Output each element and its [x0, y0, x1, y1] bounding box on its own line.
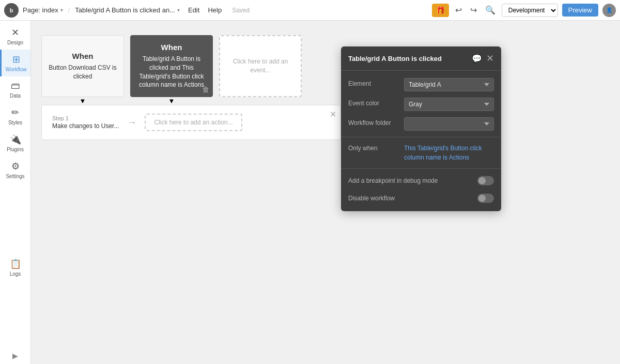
- event-color-control: Gray Red Blue Green: [404, 98, 494, 111]
- element-label: Element: [348, 78, 400, 87]
- sidebar-item-workflow[interactable]: ⊞ Workflow: [0, 50, 30, 76]
- event-color-label: Event color: [348, 98, 400, 107]
- panel-divider-1: [341, 137, 501, 137]
- workflow-folder-select[interactable]: Folder 1: [404, 117, 494, 131]
- edit-link[interactable]: Edit: [188, 6, 199, 14]
- breakpoint-row: Add a breakpoint in debug mode: [348, 175, 494, 186]
- sidebar-expand[interactable]: ▶: [12, 352, 18, 360]
- page-title: Page: index ▾: [23, 6, 63, 14]
- events-row: When Button Download CSV is clicked When…: [41, 35, 610, 97]
- canvas: When Button Download CSV is clicked When…: [31, 21, 620, 364]
- sidebar-item-data[interactable]: 🗃 Data: [0, 76, 30, 103]
- only-when-label: Only when: [348, 144, 400, 152]
- panel: Table/grid A Button is clicked 💬 ✕ Eleme…: [341, 46, 501, 211]
- sidebar-item-logs[interactable]: 📋 Logs: [0, 254, 30, 281]
- logo-button[interactable]: b: [4, 3, 19, 18]
- only-when-row: Only when This Table/grid's Button click…: [348, 144, 494, 162]
- step-action: Make changes to User...: [52, 122, 119, 130]
- workflow-icon: ⊞: [12, 54, 20, 65]
- sidebar-item-plugins[interactable]: 🔌 Plugins: [0, 130, 30, 156]
- event-card-2[interactable]: When Table/grid A Button is clicked and …: [130, 35, 213, 97]
- disable-row: Disable workflow: [348, 193, 494, 204]
- logs-icon: 📋: [10, 258, 21, 270]
- workflow-folder-label: Workflow folder: [348, 117, 400, 126]
- page-chevron-icon[interactable]: ▾: [60, 7, 63, 13]
- panel-close-button[interactable]: ✕: [486, 53, 494, 64]
- step-area: ✕ Step 1 Make changes to User... → Click…: [41, 105, 341, 140]
- topbar-nav: Edit Help Saved: [188, 6, 250, 14]
- step-arrow-icon: →: [127, 117, 136, 128]
- workflow-folder-control: Folder 1: [404, 117, 494, 131]
- panel-header: Table/grid A Button is clicked 💬 ✕: [341, 46, 501, 71]
- panel-comment-button[interactable]: 💬: [472, 54, 482, 64]
- event-card-3[interactable]: Click here to add an event...: [219, 35, 302, 97]
- avatar: 👤: [602, 4, 616, 17]
- event-desc-1: Button Download CSV is clicked: [48, 64, 117, 81]
- topbar-right: 🎁 ↩ ↪ 🔍 Development Staging Production P…: [432, 3, 616, 17]
- add-action-button[interactable]: Click here to add an action...: [145, 114, 242, 131]
- topbar: b Page: index ▾ / Table/grid A Button is…: [0, 0, 620, 21]
- when-label-1: When: [72, 52, 94, 60]
- workflow-folder-row: Workflow folder Folder 1: [348, 117, 494, 131]
- disable-toggle[interactable]: [477, 194, 494, 203]
- sidebar-item-design[interactable]: ✕ Design: [0, 23, 30, 50]
- event-color-select[interactable]: Gray Red Blue Green: [404, 98, 494, 111]
- element-row: Element Table/grid A Table/grid B: [348, 78, 494, 91]
- trash-icon[interactable]: 🗑: [202, 85, 209, 93]
- event-desc-2: Table/grid A Button is clicked and This …: [137, 55, 206, 89]
- down-arrow-2: ▼: [130, 97, 213, 105]
- main-layout: ✕ Design ⊞ Workflow 🗃 Data ✏ Styles 🔌 Pl…: [0, 21, 620, 364]
- plugins-icon: 🔌: [10, 134, 21, 145]
- saved-label: Saved: [232, 7, 250, 14]
- panel-header-icons: 💬 ✕: [472, 53, 494, 64]
- undo-button[interactable]: ↩: [453, 3, 464, 17]
- breakpoint-label: Add a breakpoint in debug mode: [348, 177, 438, 184]
- env-select[interactable]: Development Staging Production: [502, 4, 558, 17]
- data-icon: 🗃: [11, 81, 20, 91]
- styles-icon: ✏: [11, 107, 19, 118]
- panel-body: Element Table/grid A Table/grid B Event …: [341, 71, 501, 211]
- close-step-button[interactable]: ✕: [330, 109, 336, 119]
- sidebar: ✕ Design ⊞ Workflow 🗃 Data ✏ Styles 🔌 Pl…: [0, 21, 31, 364]
- sidebar-item-styles[interactable]: ✏ Styles: [0, 103, 30, 130]
- event-color-row: Event color Gray Red Blue Green: [348, 98, 494, 111]
- when-label-2: When: [161, 43, 182, 52]
- sidebar-item-settings[interactable]: ⚙ Settings: [0, 156, 30, 183]
- disable-label: Disable workflow: [348, 195, 395, 202]
- breadcrumb-chevron-icon[interactable]: ▾: [177, 7, 180, 13]
- step-info: Step 1 Make changes to User...: [52, 115, 119, 130]
- preview-button[interactable]: Preview: [562, 4, 598, 17]
- element-control: Table/grid A Table/grid B: [404, 78, 494, 91]
- condition-text[interactable]: This Table/grid's Button click column na…: [404, 145, 482, 161]
- breadcrumb: Table/grid A Button is clicked an... ▾: [75, 6, 180, 14]
- help-link[interactable]: Help: [208, 6, 222, 14]
- breadcrumb-separator: /: [68, 6, 70, 14]
- step-label: Step 1: [52, 115, 119, 121]
- event-desc-3: Click here to add an event...: [226, 57, 295, 75]
- search-button[interactable]: 🔍: [483, 3, 498, 17]
- only-when-control: This Table/grid's Button click column na…: [404, 144, 494, 162]
- breakpoint-toggle[interactable]: [477, 176, 494, 185]
- panel-title: Table/grid A Button is clicked: [348, 55, 442, 62]
- settings-icon: ⚙: [11, 161, 20, 172]
- design-icon: ✕: [11, 27, 19, 38]
- element-select[interactable]: Table/grid A Table/grid B: [404, 78, 494, 91]
- redo-button[interactable]: ↪: [468, 3, 479, 17]
- panel-divider-2: [341, 168, 501, 169]
- event-card-1[interactable]: When Button Download CSV is clicked: [41, 35, 124, 97]
- gift-button[interactable]: 🎁: [432, 4, 449, 17]
- down-arrow-1: ▼: [41, 97, 124, 105]
